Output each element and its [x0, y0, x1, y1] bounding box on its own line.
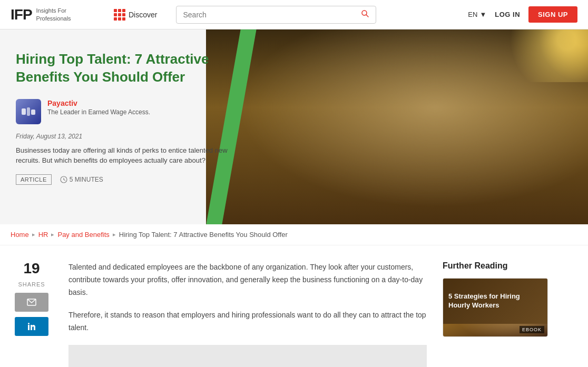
breadcrumb-separator-1: ▸ — [32, 231, 35, 238]
breadcrumb-separator-2: ▸ — [51, 231, 54, 238]
author-description: The Leader in Earned Wage Access. — [47, 108, 150, 116]
read-time: 5 MINUTES — [60, 176, 103, 183]
hero-section: Hiring Top Talent: 7 Attractive Benefits… — [0, 29, 588, 224]
hero-image — [206, 29, 588, 224]
logo-text: Insights For Professionals — [36, 7, 71, 22]
svg-rect-3 — [27, 107, 30, 116]
svg-rect-4 — [31, 110, 35, 115]
logo-letters: IFP — [11, 6, 32, 23]
payactiv-logo-icon — [21, 106, 36, 117]
discover-button[interactable]: Discover — [105, 9, 165, 21]
author-block: Payactiv The Leader in Earned Wage Acces… — [16, 99, 231, 124]
hero-lights — [483, 29, 588, 82]
main-content: 19 SHARES Talented and dedicated employe… — [0, 245, 588, 367]
article-image-strip — [68, 345, 427, 367]
avatar — [16, 99, 41, 124]
clock-icon — [60, 176, 67, 183]
article-date: Friday, August 13, 2021 — [16, 133, 231, 140]
shares-label: SHARES — [18, 281, 45, 287]
breadcrumb-separator-3: ▸ — [113, 231, 116, 238]
author-info: Payactiv The Leader in Earned Wage Acces… — [47, 99, 150, 116]
article-type-badge: ARTICLE — [16, 174, 52, 185]
language-selector[interactable]: EN ▼ — [468, 11, 486, 18]
share-email-button[interactable] — [15, 293, 48, 312]
article-paragraph-2: Therefore, it stands to reason that empl… — [68, 309, 427, 334]
further-card-badge: EBOOK — [520, 326, 544, 333]
svg-rect-2 — [22, 108, 26, 115]
breadcrumb-current: Hiring Top Talent: 7 Attractive Benefits… — [119, 231, 288, 239]
article-title: Hiring Top Talent: 7 Attractive Benefits… — [16, 51, 231, 86]
login-button[interactable]: LOG IN — [495, 11, 520, 18]
further-reading-card[interactable]: 5 Strategies for Hiring Hourly Workers E… — [443, 278, 548, 337]
grid-icon — [114, 9, 125, 21]
breadcrumb-home[interactable]: Home — [11, 231, 29, 239]
further-reading-sidebar: Further Reading 5 Strategies for Hiring … — [443, 261, 548, 367]
svg-rect-9 — [28, 325, 30, 330]
article-body: Talented and dedicated employees are the… — [68, 261, 427, 367]
hero-content: Hiring Top Talent: 7 Attractive Benefits… — [0, 29, 247, 201]
author-name[interactable]: Payactiv — [47, 99, 150, 107]
further-card-image: 5 Strategies for Hiring Hourly Workers E… — [443, 279, 547, 336]
email-icon — [27, 299, 36, 306]
header-right: EN ▼ LOG IN SIGN UP — [468, 6, 577, 23]
signup-button[interactable]: SIGN UP — [528, 6, 577, 23]
site-header: IFP Insights For Professionals Discover … — [0, 0, 588, 29]
search-button[interactable] — [361, 9, 369, 20]
article-excerpt: Businesses today are offering all kinds … — [16, 145, 231, 166]
logo[interactable]: IFP Insights For Professionals — [11, 6, 105, 23]
breadcrumb-hr[interactable]: HR — [38, 231, 48, 239]
further-card-title: 5 Strategies for Hiring Hourly Workers — [443, 279, 547, 324]
article-paragraph-1: Talented and dedicated employees are the… — [68, 261, 427, 299]
share-linkedin-button[interactable] — [15, 317, 48, 336]
svg-line-7 — [64, 180, 65, 181]
further-reading-title: Further Reading — [443, 261, 548, 271]
article-meta: ARTICLE 5 MINUTES — [16, 174, 231, 185]
breadcrumb-pay-and-benefits[interactable]: Pay and Benefits — [57, 231, 109, 239]
breadcrumb: Home ▸ HR ▸ Pay and Benefits ▸ Hiring To… — [0, 224, 588, 245]
shares-count: 19 — [23, 261, 40, 276]
linkedin-icon — [27, 322, 36, 331]
search-icon — [361, 9, 369, 18]
search-input[interactable] — [183, 11, 361, 19]
svg-line-1 — [366, 15, 368, 17]
search-bar — [176, 6, 376, 24]
svg-point-10 — [28, 323, 30, 324]
chevron-down-icon: ▼ — [479, 11, 486, 18]
share-sidebar: 19 SHARES — [11, 261, 53, 367]
